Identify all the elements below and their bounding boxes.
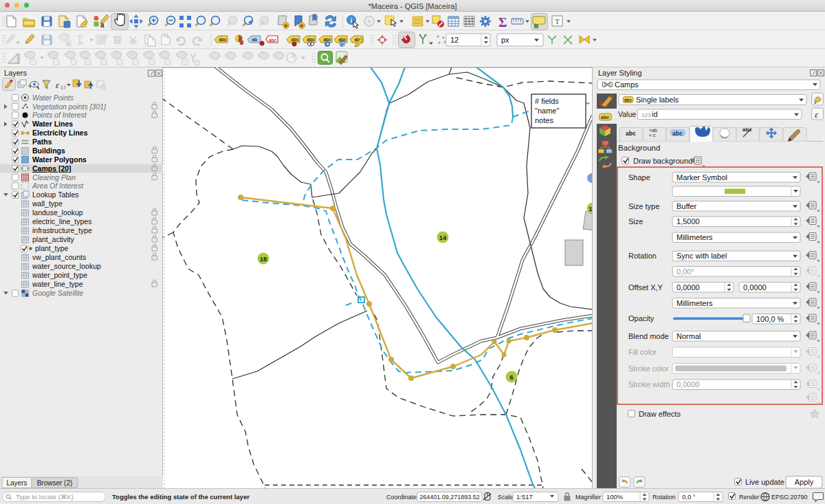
svg-text:Background: Background — [618, 144, 660, 152]
svg-text:Water Polygons: Water Polygons — [32, 155, 87, 164]
svg-text:Layers: Layers — [6, 479, 27, 487]
svg-text:< c: < c — [649, 133, 656, 138]
svg-text:Shape: Shape — [628, 173, 650, 182]
svg-text:Google Satellite: Google Satellite — [32, 289, 83, 297]
svg-text:wall_type: wall_type — [32, 199, 63, 208]
svg-text:Live update: Live update — [745, 478, 784, 486]
svg-text:Value: Value — [618, 110, 636, 118]
svg-text:electric_line_types: electric_line_types — [32, 217, 91, 226]
svg-text:264401.09,271893.52: 264401.09,271893.52 — [419, 494, 480, 501]
svg-text:Area Of Interest: Area Of Interest — [32, 182, 84, 190]
svg-text:Marker Symbol: Marker Symbol — [676, 173, 727, 182]
svg-text:id: id — [652, 110, 658, 118]
svg-text:i: i — [351, 17, 353, 24]
svg-text:abc: abc — [624, 98, 632, 102]
svg-text:0,0 °: 0,0 ° — [682, 493, 696, 501]
svg-text:abc: abc — [219, 37, 228, 42]
svg-text:Buildings: Buildings — [32, 146, 65, 155]
svg-text:Browser (2): Browser (2) — [37, 479, 73, 487]
svg-text:abc: abc — [269, 38, 277, 43]
svg-text:notes: notes — [535, 116, 553, 124]
svg-text:plant_activity: plant_activity — [32, 235, 74, 243]
svg-text:Paths: Paths — [32, 138, 52, 146]
svg-text:Toggles the editing state of t: Toggles the editing state of the current… — [112, 493, 250, 501]
svg-text:abc: abc — [339, 37, 347, 42]
svg-text:abc: abc — [307, 37, 316, 42]
svg-text:Layer Styling: Layer Styling — [598, 69, 642, 77]
svg-text:Σ: Σ — [498, 15, 507, 30]
svg-text:Offset X,Y: Offset X,Y — [628, 283, 663, 292]
svg-text:abc: abc — [601, 115, 609, 120]
svg-text:ab: ab — [252, 37, 258, 42]
svg-text:1:1: 1:1 — [229, 20, 235, 24]
svg-text:Blend mode: Blend mode — [628, 332, 669, 340]
svg-text:6: 6 — [509, 373, 513, 381]
svg-text:Rotation: Rotation — [652, 494, 676, 501]
svg-text:Normal: Normal — [676, 332, 701, 340]
svg-text:landuse_lookup: landuse_lookup — [32, 208, 83, 217]
svg-text:px: px — [501, 36, 509, 44]
svg-text:Render: Render — [739, 494, 760, 501]
svg-text:100%: 100% — [606, 493, 624, 501]
svg-text:Camps [20]: Camps [20] — [32, 164, 72, 173]
svg-text:0,00°: 0,00° — [676, 267, 694, 276]
svg-text:water_point_type: water_point_type — [32, 271, 87, 279]
svg-text:Draw background: Draw background — [633, 157, 692, 165]
svg-text:12: 12 — [450, 36, 459, 44]
svg-text:T: T — [555, 17, 560, 25]
svg-text:vw_plant_counts: vw_plant_counts — [32, 253, 86, 261]
svg-text:✱: ✱ — [300, 23, 304, 28]
svg-text:Millimeters: Millimeters — [676, 299, 713, 307]
svg-text:EPSG:20790: EPSG:20790 — [771, 494, 808, 501]
svg-text:✱: ✱ — [67, 41, 71, 46]
svg-text:100,0 %: 100,0 % — [756, 315, 784, 323]
svg-text:Magnifier: Magnifier — [575, 494, 601, 501]
svg-text:Vegetation points [301]: Vegetation points [301] — [32, 102, 107, 111]
svg-text:Clearing Plan: Clearing Plan — [32, 173, 76, 182]
svg-text:water_line_type: water_line_type — [32, 280, 83, 288]
svg-text:abc: abc — [626, 130, 636, 137]
svg-text:Coordinate: Coordinate — [386, 494, 417, 501]
svg-text:1:517: 1:517 — [516, 493, 533, 501]
svg-text:0,0000: 0,0000 — [743, 283, 767, 292]
svg-text:Rotation: Rotation — [628, 252, 657, 260]
svg-text:+ab: +ab — [649, 128, 657, 133]
svg-text:Apply: Apply — [795, 478, 814, 486]
svg-text:water_source_lookup: water_source_lookup — [32, 262, 101, 270]
svg-text:18: 18 — [260, 255, 267, 263]
svg-text:Buffer: Buffer — [676, 202, 696, 210]
svg-text:Opacity: Opacity — [628, 314, 654, 322]
svg-text:Electricity Lines: Electricity Lines — [32, 129, 88, 137]
svg-text:"name": "name" — [535, 107, 559, 115]
svg-text:Lookup Tables: Lookup Tables — [32, 190, 79, 199]
svg-text:Single labels: Single labels — [636, 96, 679, 104]
svg-text:14: 14 — [439, 234, 447, 241]
svg-text:Stroke width: Stroke width — [628, 380, 670, 388]
svg-text:Stroke color: Stroke color — [628, 364, 669, 373]
svg-text:infrastructure_type: infrastructure_type — [32, 226, 92, 234]
svg-text:Draw effects: Draw effects — [639, 410, 681, 418]
svg-text:Size type: Size type — [628, 202, 659, 210]
svg-text:Millimeters: Millimeters — [676, 233, 713, 241]
svg-text:Sync with label: Sync with label — [676, 252, 727, 260]
svg-text:Camps: Camps — [615, 80, 639, 89]
svg-text:1,5000: 1,5000 — [676, 217, 700, 226]
svg-text:abc: abc — [324, 37, 332, 42]
svg-text:✱: ✱ — [284, 23, 288, 28]
svg-text:Type to locate (⌘K): Type to locate (⌘K) — [16, 493, 74, 501]
svg-text:ε: ε — [56, 80, 60, 90]
svg-text:Water Points: Water Points — [32, 94, 74, 102]
svg-text:Points of Interest: Points of Interest — [32, 111, 87, 119]
svg-text:abc: abc — [672, 130, 683, 137]
svg-text:Layers: Layers — [4, 69, 28, 77]
svg-text:plant_type: plant_type — [35, 244, 69, 252]
svg-text:abc: abc — [292, 37, 300, 42]
svg-text:Water Lines: Water Lines — [32, 120, 73, 128]
svg-text:0,0000: 0,0000 — [676, 380, 700, 388]
svg-text:Fill color: Fill color — [628, 348, 657, 356]
svg-text:123: 123 — [641, 112, 651, 118]
svg-text:ε: ε — [815, 109, 819, 120]
svg-text:0,0000: 0,0000 — [676, 283, 700, 292]
svg-text:17: 17 — [60, 85, 66, 90]
svg-text:Scale: Scale — [498, 494, 514, 501]
